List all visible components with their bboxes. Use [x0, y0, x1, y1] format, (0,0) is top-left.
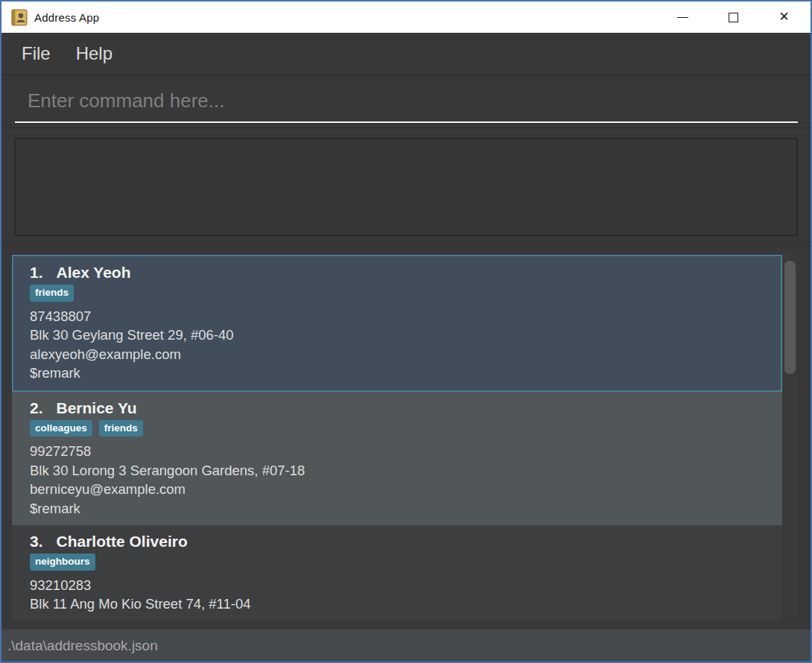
- person-index: 2.: [30, 399, 43, 417]
- person-index: 3.: [30, 533, 43, 551]
- tag-badge: friends: [30, 285, 74, 302]
- app-window: Address App ✕ File Help 1. Alex Yeoh fri…: [0, 0, 812, 663]
- result-pane: [1, 127, 811, 247]
- person-address: Blk 30 Lorong 3 Serangoon Gardens, #07-1…: [30, 461, 764, 480]
- menubar: File Help: [1, 33, 811, 75]
- tag-badge: colleagues: [30, 420, 92, 437]
- person-phone: 99272758: [30, 442, 764, 461]
- person-card-2[interactable]: 2. Bernice Yu colleagues friends 9927275…: [12, 392, 782, 526]
- person-tags: colleagues friends: [30, 420, 764, 437]
- person-tags: neighbours: [30, 553, 764, 571]
- person-card-3[interactable]: 3. Charlotte Oliveiro neighbours 9321028…: [12, 525, 782, 620]
- minimize-icon: [677, 17, 688, 18]
- menu-file[interactable]: File: [20, 40, 52, 67]
- statusbar: .\data\addressbook.json: [1, 629, 811, 662]
- person-address: Blk 11 Ang Mo Kio Street 74, #11-04: [30, 594, 764, 614]
- person-remark: $remark: [30, 364, 764, 383]
- tag-badge: friends: [99, 420, 143, 437]
- scrollbar-thumb[interactable]: [784, 261, 796, 374]
- person-remark: $remark: [30, 499, 764, 518]
- menu-help[interactable]: Help: [74, 40, 114, 67]
- person-tags: friends: [30, 285, 764, 302]
- person-name-row: 1. Alex Yeoh: [30, 264, 764, 282]
- person-email: berniceyu@example.com: [30, 480, 764, 499]
- person-list: 1. Alex Yeoh friends 87438807 Blk 30 Gey…: [12, 255, 782, 620]
- address-book-icon: [11, 9, 28, 26]
- window-controls: ✕: [665, 1, 811, 33]
- person-phone: 93210283: [30, 576, 764, 595]
- person-list-panel: 1. Alex Yeoh friends 87438807 Blk 30 Gey…: [1, 247, 811, 629]
- save-location-status: .\data\addressbook.json: [7, 638, 158, 654]
- person-name: Alex Yeoh: [57, 264, 131, 282]
- person-name-row: 2. Bernice Yu: [30, 399, 764, 417]
- maximize-button[interactable]: [716, 1, 751, 33]
- tag-badge: neighbours: [30, 553, 95, 571]
- result-display[interactable]: [14, 138, 798, 236]
- window-title: Address App: [34, 11, 99, 24]
- command-input[interactable]: [15, 84, 798, 123]
- person-name: Charlotte Oliveiro: [57, 533, 188, 551]
- person-index: 1.: [30, 264, 43, 282]
- person-name-row: 3. Charlotte Oliveiro: [30, 533, 764, 551]
- close-button[interactable]: ✕: [767, 1, 802, 33]
- person-address: Blk 30 Geylang Street 29, #06-40: [30, 326, 764, 345]
- person-email: alexyeoh@example.com: [30, 345, 764, 364]
- maximize-icon: [729, 13, 738, 22]
- person-card-1[interactable]: 1. Alex Yeoh friends 87438807 Blk 30 Gey…: [12, 255, 782, 392]
- person-phone: 87438807: [30, 307, 764, 326]
- titlebar: Address App ✕: [1, 1, 811, 33]
- minimize-button[interactable]: [665, 1, 700, 33]
- person-name: Bernice Yu: [57, 399, 137, 417]
- command-pane: [1, 75, 811, 127]
